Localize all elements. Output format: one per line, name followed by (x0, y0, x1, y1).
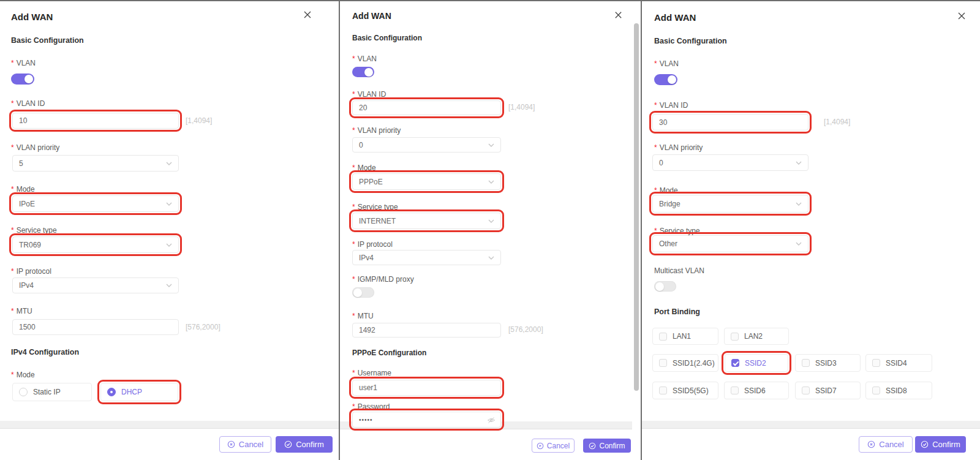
ip-protocol-select[interactable]: IPv4 (352, 250, 501, 265)
service-type-select[interactable]: INTERNET (352, 213, 501, 229)
vlan-id-label: *VLAN ID (352, 90, 386, 99)
checkbox-ssid5[interactable]: SSID5(5G) (652, 382, 718, 399)
radio-dhcp[interactable]: DHCP (100, 383, 178, 401)
service-type-value: Other (659, 239, 677, 248)
window-top-border (0, 0, 980, 1)
section-basic-configuration: Basic Configuration (11, 36, 84, 45)
close-icon[interactable] (614, 10, 623, 22)
confirm-label: Confirm (599, 442, 625, 450)
eye-invisible-icon[interactable] (487, 416, 496, 426)
cancel-button[interactable]: Cancel (859, 436, 913, 453)
vlan-label: *VLAN (11, 59, 36, 67)
vlan-label: *VLAN (654, 59, 679, 68)
cancel-label: Cancel (239, 440, 263, 449)
radio-selected-icon (107, 388, 116, 396)
vlan-id-input[interactable] (12, 113, 179, 129)
chevron-down-icon (795, 159, 802, 168)
chevron-down-icon (165, 241, 173, 251)
checkbox-ssid8[interactable]: SSID8 (865, 382, 932, 399)
checkbox-ssid7[interactable]: SSID7 (795, 382, 861, 399)
checkbox-ssid6[interactable]: SSID6 (724, 382, 789, 399)
mtu-input[interactable] (12, 319, 179, 335)
chevron-down-icon (795, 240, 802, 249)
checkbox-label: SSID5(5G) (673, 386, 709, 395)
vlan-id-input[interactable] (352, 100, 501, 115)
chevron-down-icon (488, 217, 495, 227)
confirm-button[interactable]: Confirm (276, 436, 333, 453)
page-title: Add WAN (11, 12, 53, 22)
username-input[interactable] (352, 380, 501, 396)
igmp-mld-proxy-label: *IGMP/MLD proxy (352, 275, 414, 284)
mtu-label: *MTU (352, 312, 374, 320)
ip-protocol-select[interactable]: IPv4 (12, 277, 179, 293)
page-title: Add WAN (352, 11, 391, 21)
vlan-priority-select[interactable]: 5 (12, 155, 179, 172)
checkbox-ssid2[interactable]: SSID2 (725, 354, 788, 372)
cancel-label: Cancel (879, 440, 903, 449)
mode-label: *Mode (11, 185, 35, 194)
section-basic-configuration: Basic Configuration (352, 34, 422, 42)
checkbox-ssid3[interactable]: SSID3 (795, 354, 861, 372)
vlan-toggle[interactable] (11, 74, 34, 85)
vlan-id-range-hint: [1,4094] (186, 116, 212, 125)
radio-static-ip[interactable]: Static IP (12, 383, 92, 401)
checkbox-lan1[interactable]: LAN1 (652, 328, 718, 345)
service-type-select[interactable]: TR069 (12, 236, 179, 253)
vlan-priority-select[interactable]: 0 (352, 137, 501, 153)
checkbox-lan2[interactable]: LAN2 (724, 328, 789, 345)
multicast-vlan-toggle[interactable] (654, 281, 676, 292)
checkbox-label: LAN2 (744, 332, 763, 341)
username-label: *Username (352, 369, 391, 377)
vlan-priority-value: 0 (359, 141, 363, 149)
ip-protocol-value: IPv4 (19, 281, 34, 290)
panel-divider-1 (339, 0, 340, 460)
vlan-id-range-hint: [1,4094] (508, 103, 535, 111)
cancel-label: Cancel (547, 442, 570, 450)
confirm-label: Confirm (296, 440, 324, 449)
igmp-mld-proxy-toggle[interactable] (352, 287, 374, 298)
confirm-icon (589, 442, 596, 450)
mtu-input[interactable] (352, 323, 501, 337)
checkbox-icon (731, 386, 739, 394)
chevron-down-icon (165, 160, 173, 169)
service-type-label: *Service type (11, 226, 57, 235)
ipv4-mode-label: *Mode (11, 371, 35, 379)
ip-protocol-label: *IP protocol (352, 240, 393, 249)
cancel-button[interactable]: Cancel (532, 439, 575, 453)
checkbox-label: SSID7 (815, 386, 837, 395)
mode-label: *Mode (352, 164, 376, 172)
service-type-label: *Service type (352, 203, 398, 211)
close-icon[interactable] (957, 11, 967, 23)
checkbox-ssid4[interactable]: SSID4 (865, 354, 932, 372)
password-value: ••••• (359, 417, 373, 423)
cancel-icon (867, 440, 875, 448)
checkbox-icon (872, 359, 880, 367)
vlan-id-range-hint: [1,4094] (824, 118, 850, 126)
chevron-down-icon (488, 141, 495, 151)
mtu-range-hint: [576,2000] (186, 323, 221, 331)
chevron-down-icon (165, 200, 173, 209)
cancel-icon (537, 442, 544, 450)
vlan-id-label: *VLAN ID (654, 101, 688, 110)
radio-label: Static IP (33, 388, 61, 396)
vlan-priority-select[interactable]: 0 (652, 154, 809, 171)
checkbox-ssid1[interactable]: SSID1(2.4G) (652, 354, 718, 372)
cancel-button[interactable]: Cancel (219, 436, 271, 453)
password-input[interactable]: ••••• (352, 412, 501, 428)
checkbox-icon (659, 359, 667, 367)
vlan-priority-label: *VLAN priority (11, 143, 59, 152)
chevron-down-icon (488, 254, 495, 263)
confirm-button[interactable]: Confirm (915, 436, 966, 453)
vlan-priority-label: *VLAN priority (654, 143, 703, 152)
scrollbar-thumb[interactable] (634, 23, 639, 391)
vlan-toggle[interactable] (654, 74, 677, 85)
footer-shadow (642, 421, 980, 429)
mode-select[interactable]: PPPoE (352, 173, 501, 190)
close-icon[interactable] (303, 10, 312, 22)
mode-select[interactable]: IPoE (12, 195, 179, 212)
vlan-id-input[interactable] (652, 114, 809, 130)
service-type-select[interactable]: Other (652, 235, 809, 252)
vlan-toggle[interactable] (352, 67, 374, 77)
confirm-button[interactable]: Confirm (583, 439, 631, 453)
mode-select[interactable]: Bridge (652, 195, 809, 213)
